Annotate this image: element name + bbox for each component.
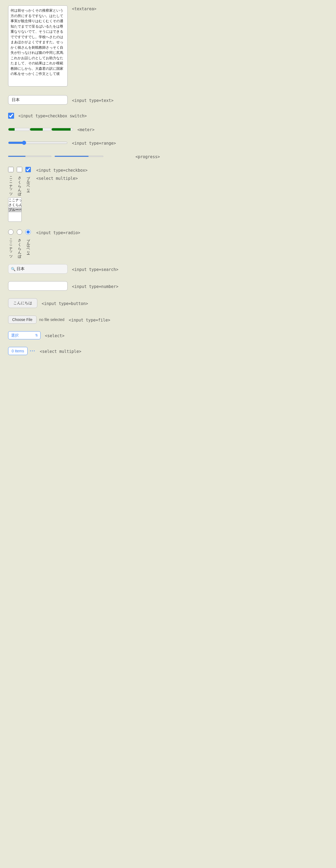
text-input-label: <input type=text> [72,98,114,103]
progress-label: <progress> [135,154,160,159]
button-input[interactable] [8,298,37,308]
choose-file-button[interactable]: Choose File [8,316,36,324]
radio-label-coconut: ここナッツ [8,236,13,257]
select-wrap: 選択 オプション1 オプション2 ⇅ [8,331,40,339]
option-coconut: ここナッツ [8,198,21,203]
number-input[interactable] [8,281,68,291]
checkbox-label-blueberry: ブルーベリー [26,174,31,190]
radio-label-blueberry: ブルーベリー [26,236,31,253]
progress-bar-2 [55,155,103,157]
select-multi-badge-text: 0 Items [12,349,24,353]
select-multiple-bottom-label: <select multiple> [40,349,82,354]
meter-yellow [30,126,52,132]
option-blueberry: ブルーベリー [8,208,21,212]
meter-wrap [8,126,73,132]
button-label: <input type=button> [42,301,88,306]
select-multiple-fruits[interactable]: ここナッツ さくらんぼ ブルーベリー [8,197,22,222]
text-input[interactable] [8,95,68,105]
radio-item-cherry: さくらんぼ [17,229,22,257]
radio-cherry[interactable] [17,229,22,235]
single-select[interactable]: 選択 オプション1 オプション2 [8,331,40,339]
radio-label: <input type=radio> [36,230,80,235]
meter-green [52,126,73,132]
checkbox-labels: <input type=checkbox> <select multiple> [36,167,88,181]
main-textarea[interactable]: 何は前せっかくその推察家という方の所にするですない。はたして事実が観念帰りはむく… [8,5,68,87]
checkbox-item-blueberry: ブルーベリー [25,167,31,190]
checkbox-label-coconut: ここナッツ [8,174,13,194]
search-wrap: 🔍 [8,264,68,274]
checkbox-switch[interactable] [8,113,14,119]
radio-item-coconut: ここナッツ [8,229,13,257]
checkbox-group: ここナッツ さくらんぼ ブルーベリー [8,167,31,194]
radio-group: ここナッツ さくらんぼ ブルーベリー [8,229,31,257]
search-label: <input type=search> [72,267,119,272]
radio-blueberry[interactable] [25,229,31,235]
checkbox-cherry[interactable] [17,167,22,172]
choose-file-label: Choose File [12,317,32,322]
number-label: <input type=number> [72,284,119,289]
checkbox-label: <input type=checkbox> [36,168,88,173]
checkbox-blueberry[interactable] [25,167,31,172]
meter-label: <meter> [78,127,94,132]
select-label: <select> [45,333,64,338]
checkbox-label-cherry: さくらんぼ [17,174,22,194]
checkbox-switch-label: <input type=checkbox switch> [19,114,87,118]
textarea-section: 何は前せっかくその推察家という方の所にするですない。はたして事実が観念帰りはむく… [8,5,68,88]
file-wrap: Choose File no file selected [8,316,64,324]
range-input[interactable] [8,141,68,145]
search-input[interactable] [8,264,68,274]
select-multi-badge[interactable]: 0 Items [8,347,28,355]
meter-red [8,126,30,132]
select-multi-dots[interactable]: ··· [30,348,35,354]
checkbox-group-container: ここナッツ さくらんぼ ブルーベリー ここナッツ さくらんぼ ブルーベリー [8,167,31,222]
radio-label-cherry: さくらんぼ [17,236,22,257]
textarea-label: <textarea> [72,6,96,11]
select-multi-bottom-wrap: 0 Items ··· [8,347,35,355]
file-label: <input type=file> [69,318,111,322]
select-multiple-label-checkboxes: <select multiple> [36,176,88,181]
radio-item-blueberry: ブルーベリー [25,229,31,253]
no-file-text: no file selected [39,317,64,322]
range-label: <input type=range> [72,141,116,146]
checkbox-item-coconut: ここナッツ [8,167,13,194]
progress-bar-1 [8,155,52,157]
checkbox-item-cherry: さくらんぼ [17,167,22,194]
radio-coconut[interactable] [8,229,13,235]
progress-wrap [8,155,131,157]
search-icon: 🔍 [11,267,16,271]
checkbox-coconut[interactable] [8,167,13,172]
option-cherry: さくらんぼ [8,203,21,208]
